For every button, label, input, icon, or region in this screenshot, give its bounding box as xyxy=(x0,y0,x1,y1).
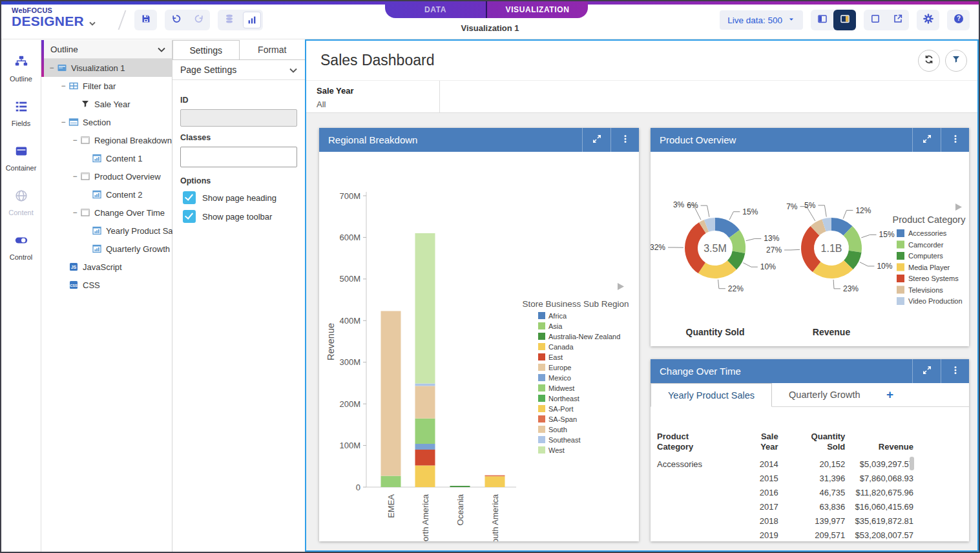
sale-year-filter[interactable]: Sale Year All xyxy=(306,81,440,112)
table-scrollbar-thumb[interactable] xyxy=(910,457,914,470)
sidebar-item-label: Outline xyxy=(10,75,32,83)
sidebar-item-outline[interactable]: Outline xyxy=(1,47,41,91)
collapse-toggle[interactable]: − xyxy=(70,172,80,181)
page-settings-title: Page Settings xyxy=(180,65,236,75)
settings-gear-button[interactable] xyxy=(917,10,939,30)
svg-text:600M: 600M xyxy=(339,233,360,242)
tree-item-label: Regional Breakdown xyxy=(94,136,172,145)
tab-settings[interactable]: Settings xyxy=(172,40,240,59)
panel-right-button[interactable] xyxy=(833,10,856,30)
tree-item-section[interactable]: −Section xyxy=(41,113,172,131)
sidebar-item-label: Fields xyxy=(12,120,30,127)
expand-button[interactable] xyxy=(912,128,941,152)
tab-yearly-product-sales[interactable]: Yearly Product Sales xyxy=(651,383,772,407)
tree-item-javascript[interactable]: JSJavaScript xyxy=(41,258,172,276)
outline-panel-header[interactable]: Outline xyxy=(41,40,172,59)
svg-text:SA-Span: SA-Span xyxy=(548,415,577,423)
svg-text:Midwest: Midwest xyxy=(548,384,574,392)
table-cell: $53,208,007.57 xyxy=(845,530,913,540)
css-icon: CSS xyxy=(68,280,79,290)
maximize-icon xyxy=(870,14,881,26)
add-tab-button[interactable]: + xyxy=(877,383,902,406)
live-data-label: Live data: 500 xyxy=(727,16,782,25)
tree-item-visualization-1[interactable]: −Visualization 1 xyxy=(41,59,172,77)
svg-text:1.1B: 1.1B xyxy=(821,243,842,254)
tab-data[interactable]: DATA xyxy=(385,1,487,18)
collapse-toggle[interactable]: − xyxy=(70,208,80,217)
open-new-window-button[interactable] xyxy=(886,10,909,30)
settings-body: IDClassesOptionsShow page headingShow pa… xyxy=(172,80,305,238)
live-data-dropdown[interactable]: Live data: 500 xyxy=(720,10,803,30)
table-cell: 2018 xyxy=(724,516,778,526)
svg-text:7%: 7% xyxy=(786,202,798,211)
menu-kebab-button[interactable] xyxy=(610,128,639,152)
maximize-button[interactable] xyxy=(864,10,886,30)
chevron-down-icon[interactable] xyxy=(158,45,165,54)
top-toolbar: WebFOCUS DESIGNER DATA VISUALIZATION Vis… xyxy=(1,1,979,39)
sidebar-item-label: Control xyxy=(10,253,32,261)
table-row: 2018139,977$35,619,872.81 xyxy=(657,514,913,528)
refresh-button[interactable] xyxy=(918,50,940,72)
tree-item-regional-breakdown[interactable]: −Regional Breakdown xyxy=(41,131,172,149)
checkbox-checked-icon[interactable] xyxy=(183,210,196,223)
help-button[interactable]: ? xyxy=(947,10,970,30)
tab-quarterly-growth[interactable]: Quarterly Growth xyxy=(772,383,877,406)
svg-text:JS: JS xyxy=(71,265,77,269)
chart-content-icon xyxy=(92,225,102,236)
sidebar-item-container[interactable]: Container xyxy=(1,136,41,180)
panel-title: Change Over Time xyxy=(651,366,912,377)
svg-text:12%: 12% xyxy=(855,206,871,215)
filter-funnel-button[interactable] xyxy=(945,50,967,72)
tree-item-sale-year[interactable]: Sale Year xyxy=(41,95,172,113)
product-overview-panel: Product Overview 15%13%10%22%32%3%6%3.5M… xyxy=(651,128,969,346)
column-header: ProductCategory xyxy=(657,432,724,452)
tree-item-content-1[interactable]: Content 1 xyxy=(41,149,172,167)
collapse-toggle[interactable]: − xyxy=(47,63,57,72)
classes-field[interactable] xyxy=(180,147,297,167)
checkbox-show-page-toolbar[interactable]: Show page toolbar xyxy=(183,210,297,223)
regional-breakdown-panel: Regional Breakdown 0100M200M300M400M500M… xyxy=(319,128,639,541)
sidebar-item-label: Content xyxy=(8,209,34,216)
sidebar-item-control[interactable]: Control xyxy=(1,225,41,269)
menu-kebab-icon xyxy=(950,365,961,378)
menu-kebab-button[interactable] xyxy=(941,128,969,152)
collapse-toggle[interactable]: − xyxy=(70,136,80,145)
checkbox-show-page-heading[interactable]: Show page heading xyxy=(183,191,297,204)
menu-kebab-button[interactable] xyxy=(941,359,969,383)
checkbox-checked-icon[interactable] xyxy=(183,191,196,204)
tree-item-change-over-time[interactable]: −Change Over Time xyxy=(41,203,172,222)
menu-kebab-icon xyxy=(620,134,631,147)
table-cell: Accessories xyxy=(657,459,724,469)
collapse-toggle[interactable]: − xyxy=(58,118,68,127)
svg-text:Camcorder: Camcorder xyxy=(908,241,944,249)
svg-text:Mexico: Mexico xyxy=(548,374,571,382)
tab-format[interactable]: Format xyxy=(240,40,306,59)
page-settings-header[interactable]: Page Settings xyxy=(172,60,305,80)
tree-item-filter-bar[interactable]: −Filter bar xyxy=(41,77,172,95)
svg-text:Store Business Sub Region: Store Business Sub Region xyxy=(522,299,629,309)
legend-next-arrow-icon xyxy=(618,283,624,290)
sidebar-item-fields[interactable]: Fields xyxy=(1,91,41,136)
tree-item-yearly-product-sales[interactable]: Yearly Product Sales xyxy=(41,222,172,240)
sidebar-item-content[interactable]: Content xyxy=(1,180,41,225)
svg-text:0: 0 xyxy=(356,483,360,492)
tree-item-product-overview[interactable]: −Product Overview xyxy=(41,167,172,185)
tree-item-css[interactable]: CSSCSS xyxy=(41,276,172,294)
id-field[interactable] xyxy=(180,109,297,127)
tree-item-quarterly-growth[interactable]: Quarterly Growth xyxy=(41,240,172,258)
legend-next-arrow-icon xyxy=(955,203,962,211)
collapse-toggle[interactable]: − xyxy=(58,81,68,90)
tree-item-content-2[interactable]: Content 2 xyxy=(41,185,172,203)
expand-icon xyxy=(922,134,932,147)
filter-value: All xyxy=(317,99,439,109)
panel-left-button[interactable] xyxy=(811,10,833,30)
chevron-down-icon[interactable] xyxy=(289,65,297,75)
svg-text:400M: 400M xyxy=(339,316,360,326)
table-cell: $11,820,675.96 xyxy=(845,488,913,497)
expand-button[interactable] xyxy=(582,128,610,152)
expand-button[interactable] xyxy=(912,359,941,383)
svg-text:Quantity Sold: Quantity Sold xyxy=(686,327,745,337)
tab-visualization[interactable]: VISUALIZATION xyxy=(487,1,588,18)
svg-text:Asia: Asia xyxy=(548,322,563,330)
page-filter-bar: Sale Year All xyxy=(306,80,977,113)
